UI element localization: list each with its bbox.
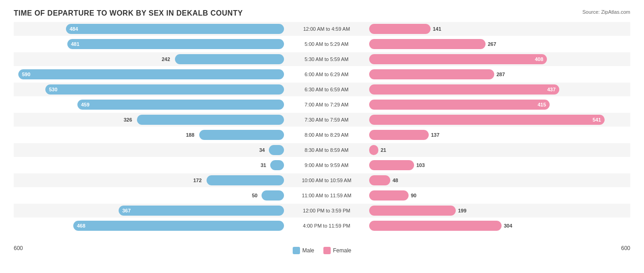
- bar-male-value: 50: [252, 193, 257, 198]
- bar-female: 437: [369, 84, 559, 95]
- time-label: 12:00 PM to 3:59 PM: [284, 208, 369, 213]
- bar-male-value: 326: [124, 117, 132, 123]
- bar-female-value: 21: [381, 147, 386, 153]
- source-text: Source: ZipAtlas.com: [582, 9, 630, 15]
- bar-male: 188: [199, 130, 284, 140]
- bar-male-value: 242: [162, 56, 170, 62]
- bar-female-value: 103: [416, 162, 425, 168]
- bar-female: 541: [369, 115, 605, 125]
- bar-female: 408: [369, 54, 547, 64]
- bar-female: 103: [369, 160, 414, 170]
- bar-male-value: 188: [186, 132, 194, 138]
- bar-female: 141: [369, 24, 431, 34]
- bar-female-value: 437: [547, 87, 556, 92]
- time-label: 12:00 AM to 4:59 AM: [284, 26, 369, 32]
- bar-female: 21: [369, 145, 378, 155]
- bar-female-value: 199: [458, 208, 466, 213]
- table-row: 1888:00 AM to 8:29 AM137: [14, 128, 630, 142]
- bar-male: 242: [175, 54, 284, 64]
- bar-female: 287: [369, 69, 494, 79]
- bar-female: 48: [369, 175, 390, 185]
- table-row: 2425:30 AM to 5:59 AM408: [14, 52, 630, 66]
- bar-female: 267: [369, 39, 486, 49]
- bar-female-value: 415: [538, 102, 546, 107]
- bar-male-value: 172: [193, 178, 202, 183]
- legend-male-color: [293, 247, 300, 254]
- bar-male-value: 590: [22, 72, 30, 77]
- bar-male-value: 481: [71, 41, 79, 47]
- bar-female: 137: [369, 130, 429, 140]
- time-label: 7:30 AM to 7:59 AM: [284, 117, 369, 123]
- bar-male-value: 367: [122, 208, 131, 213]
- legend-female-label: Female: [333, 247, 351, 254]
- table-row: 319:00 AM to 9:59 AM103: [14, 158, 630, 172]
- bar-male: 367: [119, 206, 284, 216]
- bar-male: 530: [45, 84, 284, 95]
- bar-male-value: 459: [81, 102, 89, 107]
- bar-female-value: 541: [593, 117, 601, 123]
- time-label: 6:30 AM to 6:59 AM: [284, 87, 369, 92]
- time-label: 4:00 PM to 11:59 PM: [284, 223, 369, 228]
- bar-male: 481: [67, 39, 284, 49]
- axis-right-label: 600: [621, 245, 630, 254]
- axis-bottom: 600 Male Female 600: [14, 245, 630, 254]
- bar-female-value: 304: [504, 223, 512, 228]
- bar-female-value: 408: [535, 56, 543, 62]
- time-label: 7:00 AM to 7:29 AM: [284, 102, 369, 107]
- bar-male-value: 530: [49, 87, 57, 92]
- bar-female-value: 137: [431, 132, 439, 138]
- bar-female-value: 141: [433, 26, 441, 32]
- bar-female: 90: [369, 190, 409, 201]
- time-label: 11:00 AM to 11:59 AM: [284, 193, 369, 198]
- bar-male-value: 34: [259, 147, 265, 153]
- bar-male: 459: [77, 100, 284, 110]
- table-row: 5906:00 AM to 6:29 AM287: [14, 67, 630, 81]
- bar-male: 484: [66, 24, 284, 34]
- bar-male-value: 468: [77, 223, 85, 228]
- legend-female: Female: [323, 247, 351, 254]
- bar-female: 304: [369, 221, 502, 231]
- time-label: 8:00 AM to 8:29 AM: [284, 132, 369, 138]
- chart-container: TIME OF DEPARTURE TO WORK BY SEX IN DEKA…: [0, 0, 644, 273]
- table-row: 4815:00 AM to 5:29 AM267: [14, 37, 630, 51]
- bar-male: 50: [262, 190, 284, 201]
- bar-male: 172: [207, 175, 284, 185]
- time-label: 9:00 AM to 9:59 AM: [284, 162, 369, 168]
- bar-female: 415: [369, 100, 550, 110]
- legend-male-label: Male: [302, 247, 314, 254]
- table-row: 3267:30 AM to 7:59 AM541: [14, 113, 630, 127]
- bar-female: 199: [369, 206, 456, 216]
- bar-female-value: 287: [497, 72, 505, 77]
- bar-male: 590: [18, 69, 284, 79]
- bar-male: 31: [270, 160, 284, 170]
- table-row: 48412:00 AM to 4:59 AM141: [14, 22, 630, 36]
- bar-female-value: 48: [393, 178, 398, 183]
- table-row: 5306:30 AM to 6:59 AM437: [14, 83, 630, 96]
- chart-title: TIME OF DEPARTURE TO WORK BY SEX IN DEKA…: [14, 9, 630, 17]
- time-label: 5:00 AM to 5:29 AM: [284, 41, 369, 47]
- table-row: 36712:00 PM to 3:59 PM199: [14, 204, 630, 217]
- bar-female-value: 267: [488, 41, 496, 47]
- time-label: 10:00 AM to 10:59 AM: [284, 178, 369, 183]
- table-row: 4684:00 PM to 11:59 PM304: [14, 219, 630, 233]
- bar-male: 468: [73, 221, 284, 231]
- table-row: 4597:00 AM to 7:29 AM415: [14, 98, 630, 111]
- time-label: 6:00 AM to 6:29 AM: [284, 72, 369, 77]
- bar-female-value: 90: [411, 193, 416, 198]
- chart-area: 48412:00 AM to 4:59 AM1414815:00 AM to 5…: [14, 22, 630, 242]
- bar-male: 34: [269, 145, 284, 155]
- bar-male-value: 484: [70, 26, 78, 32]
- table-row: 17210:00 AM to 10:59 AM48: [14, 173, 630, 187]
- bar-male-value: 31: [261, 162, 266, 168]
- legend: Male Female: [293, 247, 351, 254]
- bar-male: 326: [137, 115, 284, 125]
- time-label: 5:30 AM to 5:59 AM: [284, 56, 369, 62]
- legend-female-color: [323, 247, 331, 254]
- table-row: 348:30 AM to 8:59 AM21: [14, 143, 630, 157]
- legend-male: Male: [293, 247, 314, 254]
- axis-left-label: 600: [14, 245, 23, 254]
- time-label: 8:30 AM to 8:59 AM: [284, 147, 369, 153]
- table-row: 5011:00 AM to 11:59 AM90: [14, 189, 630, 202]
